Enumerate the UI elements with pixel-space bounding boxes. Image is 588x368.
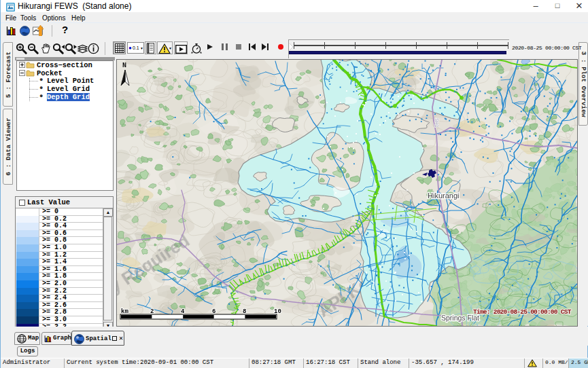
svg-text:6: 6 (212, 308, 215, 315)
svg-text:km: km (121, 308, 128, 315)
svg-text:Time: 2020-08-25 00:00:00 CST: Time: 2020-08-25 00:00:00 CST (473, 308, 572, 316)
svg-text:2: 2 (150, 308, 154, 315)
svg-text:10: 10 (274, 308, 281, 315)
svg-text:SH1: SH1 (434, 118, 439, 128)
svg-text:4: 4 (181, 308, 185, 315)
svg-text:N: N (122, 62, 126, 69)
svg-text:8: 8 (243, 308, 246, 315)
svg-text:Hikurangi: Hikurangi (428, 191, 459, 200)
